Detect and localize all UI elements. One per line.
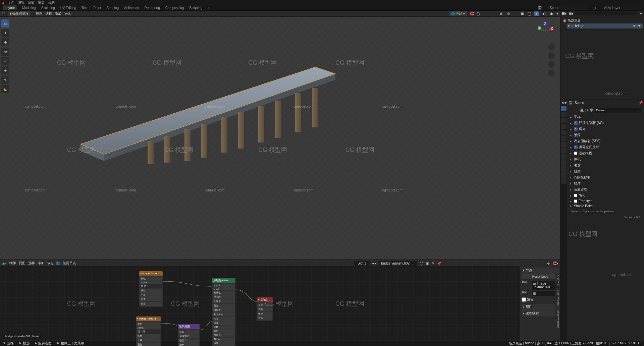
panel-ao[interactable]: ▸环境光遮蔽 (AO) <box>569 120 643 126</box>
tab-texture[interactable] <box>561 178 567 184</box>
tab-output[interactable] <box>561 112 567 117</box>
tab-sculpting[interactable]: Sculpting <box>41 6 55 10</box>
panel-dof[interactable]: ▸景深 <box>569 132 643 138</box>
tab-modeling[interactable]: Modeling <box>22 6 36 10</box>
mode-dropdown[interactable]: ■ 物体模式 ▾ <box>8 11 30 16</box>
menu-add[interactable]: 添加 <box>38 261 44 266</box>
tool-cursor[interactable]: ✛ <box>1 29 9 37</box>
props-panel-header[interactable]: ▸ 属性 <box>522 304 559 310</box>
tool-transform[interactable]: ⊕ <box>1 66 9 74</box>
tab-render[interactable]: Rendering <box>145 6 160 10</box>
shading-render-icon[interactable]: ◉ <box>549 11 554 16</box>
tab-comp[interactable]: Compositing <box>165 6 184 10</box>
tab-shading[interactable]: Shading <box>106 6 119 10</box>
shading-matprev-icon[interactable]: ◐ <box>542 11 546 16</box>
chevron-down-icon[interactable]: ▾ <box>568 24 570 28</box>
tool-annotate[interactable]: ✎ <box>1 76 9 84</box>
tab-physics[interactable] <box>561 154 567 160</box>
tab-assetwizard[interactable]: Asset Wizard <box>555 288 560 307</box>
menu-edit[interactable]: 编辑 <box>18 0 24 5</box>
material-new-icon[interactable]: ▣ <box>426 262 429 265</box>
pin-icon[interactable]: 📌 <box>639 101 643 105</box>
ao-checkbox[interactable] <box>574 121 578 125</box>
node-material-output[interactable]: 材质输出 全部表面体积置换 <box>257 297 273 321</box>
node-tag-field[interactable]: ▦ <box>532 291 559 296</box>
node-normal-map[interactable]: 法线贴图 法线切线空间强度 1.0颜色 <box>178 324 200 346</box>
panel-bloom[interactable]: ▸辉光 <box>569 126 643 132</box>
tab-mesh[interactable] <box>561 166 567 172</box>
tab-scene[interactable] <box>561 124 567 129</box>
tab-particle[interactable] <box>561 148 567 154</box>
nodes-panel-header[interactable]: ▸ 节点 <box>522 268 559 274</box>
material-pin-icon[interactable]: 📌 <box>437 262 441 265</box>
tab-archvis[interactable]: Arch Vis <box>555 273 560 287</box>
material-icon[interactable]: ●▾ <box>372 262 376 265</box>
tool-rotate[interactable]: ⟲ <box>1 48 9 56</box>
tab-add[interactable]: + <box>208 6 210 10</box>
render-engine-dropdown[interactable]: Eevee <box>595 108 641 113</box>
ssr-checkbox[interactable] <box>574 146 578 149</box>
simplify-checkbox[interactable] <box>574 194 577 197</box>
panel-shadow[interactable]: ▸阴影 <box>569 168 643 174</box>
panel-film[interactable]: ▸胶片 <box>569 180 643 186</box>
tab-anim[interactable]: Animation <box>124 6 139 10</box>
overlay-toggle-icon[interactable]: ⊙ <box>506 11 511 16</box>
node-object-dropdown[interactable]: 物体 <box>9 261 16 266</box>
tab-script[interactable]: Scripting <box>189 6 202 10</box>
node-snap-icon[interactable]: 🧲▾ <box>552 262 558 265</box>
blender-icon[interactable]: ⚙ <box>1 1 4 5</box>
node-canvas[interactable]: ▪ Image Texture 颜色Alpha ▦ 打开 线性平展重复 矢量 ▪… <box>0 266 520 341</box>
menu-add[interactable]: 添加 <box>55 11 61 16</box>
tab-constraint[interactable] <box>561 160 567 166</box>
tab-modifier[interactable] <box>561 142 567 148</box>
tab-world[interactable] <box>561 130 567 135</box>
editor-type-icon[interactable]: ◉▾ <box>2 262 7 265</box>
panel-sss[interactable]: ▸次表面散射 (SSS) <box>569 138 643 144</box>
nav-pan-icon[interactable] <box>548 52 555 59</box>
tab-texpaint[interactable]: Texture Paint <box>82 6 101 10</box>
outliner-item-bridge[interactable]: ▾ ▽ bridge 👁 📷 <box>567 23 643 28</box>
tool-move[interactable]: ✥ <box>1 38 9 46</box>
bloom-checkbox[interactable] <box>574 127 578 131</box>
panel-ssr[interactable]: ▸屏幕空间反射 <box>569 144 643 150</box>
panel-freestyle[interactable]: ▸Freestyle <box>569 198 643 204</box>
color-checkbox[interactable] <box>522 297 526 302</box>
nav-persp-icon[interactable] <box>548 70 555 76</box>
tab-viewlayer[interactable] <box>561 118 567 123</box>
menu-file[interactable]: 文件 <box>8 0 14 5</box>
node-name-field[interactable]: ▦ Image Texture.001 <box>532 281 559 290</box>
panel-color[interactable]: ▸色彩管理 <box>569 186 643 192</box>
xray-icon[interactable]: ▦ <box>520 11 524 16</box>
editor-type-icon[interactable]: ⬚ <box>2 12 5 15</box>
tab-nodewrangler[interactable]: Node Wrangler <box>555 308 560 330</box>
motion-checkbox[interactable] <box>574 152 577 155</box>
outliner-mode-icon[interactable]: ▦▾ <box>569 12 573 15</box>
menu-object[interactable]: 物体 <box>64 11 71 16</box>
tool-scale[interactable]: ⤢ <box>1 57 9 65</box>
reset-node-button[interactable]: Reset Node <box>522 274 559 279</box>
node-image-texture-2[interactable]: ▪ Image Texture 颜色Alpha ▦ 打开 线性平展重复 矢量 <box>136 316 161 346</box>
material-field[interactable]: bridge.yuanshi.002_... <box>379 261 417 266</box>
proportional-icon[interactable]: ◯ <box>476 12 480 15</box>
snap-icon[interactable]: 🧲 <box>470 12 474 15</box>
orientation-dropdown[interactable]: 🌐 全局 ▾ <box>449 11 467 16</box>
viewlayer-field[interactable]: View Layer <box>601 6 641 10</box>
viewport-3d[interactable]: ▭ ✛ ✥ ⟲ ⤢ ⊕ ✎ 📐 X Y Z <box>0 17 560 260</box>
panel-hair[interactable]: ▸毛发 <box>569 162 643 168</box>
filter-icon[interactable]: ▼ <box>639 12 643 15</box>
outliner-search[interactable] <box>575 11 637 15</box>
node-image-texture-1[interactable]: ▪ Image Texture 颜色Alpha ▦ 打开 线性平展重复 矢量 <box>139 271 163 307</box>
menu-select[interactable]: 选择 <box>45 11 52 16</box>
panel-sampling[interactable]: ▸采样 <box>569 114 643 120</box>
gizmo-toggle-icon[interactable]: ⊕ <box>499 11 503 16</box>
outliner-type-icon[interactable]: ☰▾ <box>562 12 567 15</box>
use-nodes-checkbox[interactable] <box>56 262 60 265</box>
panel-simplify[interactable]: ▸简化 <box>569 192 643 198</box>
slot-dropdown[interactable]: Slot 1 <box>354 261 370 266</box>
menu-select[interactable]: 选择 <box>28 261 35 266</box>
tool-select[interactable]: ▭ <box>1 19 9 27</box>
node-principled-bsdf[interactable]: 原理化BSDF BSDFGGX基础色 次表面金属度高光 粗糙度各向异性光泽 清漆… <box>212 278 235 346</box>
props-type-icon[interactable]: ⚙▾ <box>562 101 567 105</box>
shading-dropdown-icon[interactable]: ▾ <box>556 12 558 15</box>
texture-panel-header[interactable]: ▸ 纹理映射 <box>522 310 559 316</box>
